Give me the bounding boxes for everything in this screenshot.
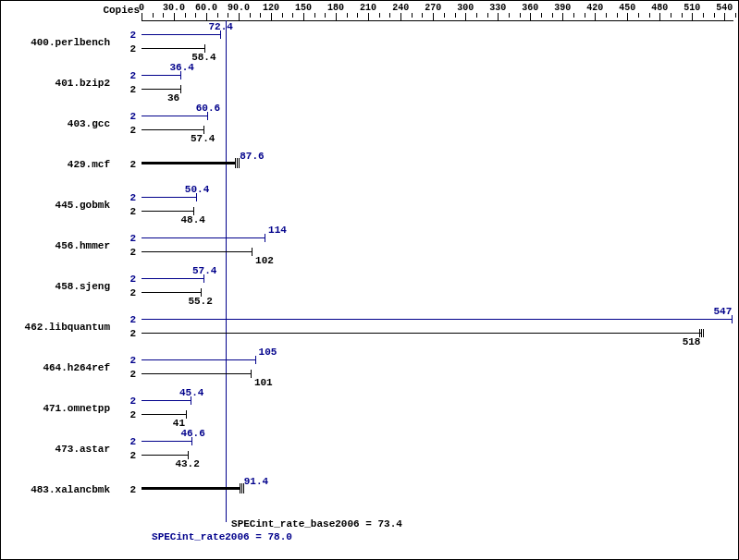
axis-label: 240	[392, 3, 409, 13]
benchmark-name: 400.perlbench	[1, 37, 110, 48]
axis-tick	[455, 13, 456, 18]
score-peak-label: SPECint_rate2006 = 78.0	[152, 531, 292, 542]
axis-tick	[735, 13, 736, 18]
bar-base	[142, 211, 193, 212]
value-base: 55.2	[188, 296, 212, 307]
axis-label: 90.0	[228, 3, 250, 13]
axis-tick	[433, 13, 434, 20]
axis-label: 150	[295, 3, 312, 13]
bar-peak	[142, 319, 732, 320]
benchmark-row: 471.omnetpp2245.441	[1, 389, 738, 430]
axis-label: 540	[716, 3, 733, 13]
axis-tick	[520, 13, 521, 18]
copies-peak: 2	[110, 192, 136, 203]
bar-cap	[180, 85, 181, 93]
bar-base	[142, 89, 180, 90]
bar-peak	[142, 34, 220, 35]
axis-tick	[292, 13, 293, 18]
axis-tick	[282, 13, 283, 18]
axis-tick	[562, 13, 563, 20]
benchmark-name: 462.libquantum	[1, 322, 110, 333]
axis-tick	[585, 13, 585, 18]
axis-tick	[671, 13, 671, 18]
axis-tick	[347, 13, 348, 18]
bar-peak	[142, 441, 191, 442]
spec-chart: Copies 030.060.090.012015018021024027030…	[0, 0, 739, 560]
bar-base	[142, 414, 186, 415]
benchmark-row: 401.bzip22236.436	[1, 64, 738, 104]
axis-tick	[239, 13, 240, 20]
copies-base: 2	[110, 287, 136, 298]
copies-peak: 2	[110, 111, 136, 122]
value-peak: 547	[713, 306, 732, 317]
axis-tick	[195, 13, 196, 18]
copies-peak: 2	[110, 436, 136, 447]
bar-cap	[255, 356, 256, 364]
axis-tick	[638, 13, 639, 18]
axis-tick	[260, 13, 261, 18]
benchmark-row: 483.xalancbmk291.4	[1, 470, 738, 511]
copies-peak: 2	[110, 355, 136, 366]
benchmark-name: 458.sjeng	[1, 281, 110, 292]
copies-base: 2	[110, 328, 136, 339]
axis-tick	[509, 13, 510, 18]
value-label: 87.6	[240, 151, 264, 162]
bar-single	[142, 487, 240, 490]
benchmark-row: 464.h264ref22105101	[1, 348, 738, 389]
value-label: 91.4	[244, 476, 268, 487]
axis-tick	[498, 13, 499, 20]
axis-tick	[541, 13, 542, 18]
bar-peak	[142, 75, 180, 76]
benchmark-name: 445.gobmk	[1, 200, 110, 211]
axis-tick	[206, 13, 207, 20]
bar-cap	[240, 483, 240, 493]
value-base: 518	[683, 336, 701, 347]
axis-tick	[476, 13, 477, 18]
benchmark-row: 456.hmmer22114102	[1, 226, 738, 267]
axis-tick	[314, 13, 315, 18]
axis-tick	[185, 13, 186, 18]
value-base: 57.4	[191, 133, 215, 144]
axis-tick	[325, 13, 326, 18]
value-base: 101	[254, 377, 273, 388]
axis-tick	[389, 13, 390, 18]
axis-tick	[250, 13, 251, 18]
axis-tick	[174, 13, 175, 20]
copies-value: 2	[110, 159, 136, 170]
value-base: 48.4	[180, 214, 204, 225]
bar-peak	[142, 359, 255, 360]
bar-cap	[237, 158, 238, 168]
bar-base	[142, 48, 204, 49]
value-base: 43.2	[175, 458, 199, 469]
value-base: 36	[167, 92, 179, 103]
copies-peak: 2	[110, 70, 136, 81]
axis-tick	[487, 13, 488, 18]
score-base-label: SPECint_rate_base2006 = 73.4	[231, 518, 402, 530]
copies-peak: 2	[110, 274, 136, 285]
axis-label: 0	[139, 3, 144, 13]
bar-peak	[142, 197, 196, 198]
axis-label: 60.0	[195, 3, 217, 13]
axis-label: 120	[263, 3, 279, 13]
copies-peak: 2	[110, 30, 136, 41]
bar-cap	[252, 248, 252, 256]
axis-tick	[606, 13, 607, 18]
axis-tick	[379, 13, 380, 18]
axis-label: 30.0	[163, 3, 185, 13]
copies-base: 2	[110, 450, 136, 461]
axis-tick	[682, 13, 683, 18]
value-peak: 50.4	[185, 184, 209, 195]
axis-label: 510	[684, 3, 700, 13]
axis-tick	[465, 13, 466, 20]
axis-tick	[336, 13, 337, 20]
bar-base	[142, 333, 701, 334]
copies-peak: 2	[110, 233, 136, 244]
axis-label: 390	[554, 3, 571, 13]
value-peak: 72.4	[209, 21, 233, 32]
benchmark-row: 400.perlbench2272.458.4	[1, 23, 738, 64]
axis-tick	[412, 13, 413, 18]
axis-tick	[659, 13, 660, 20]
bar-single	[142, 162, 236, 164]
axis-tick	[692, 13, 693, 20]
copies-base: 2	[110, 369, 136, 380]
